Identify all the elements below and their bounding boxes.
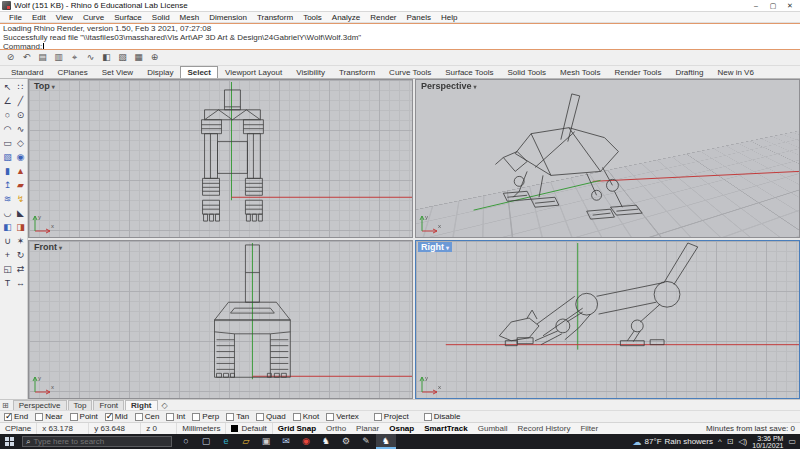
osnap-option[interactable]: Perp [192, 412, 219, 421]
osnap-disable-icon[interactable]: ⊘ [4, 51, 17, 64]
osnap-checkbox[interactable] [70, 413, 78, 421]
menu-item[interactable]: Transform [252, 13, 298, 22]
osnap-checkbox[interactable] [35, 413, 43, 421]
menu-item[interactable]: Render [365, 13, 401, 22]
toolbar-tab[interactable]: Standard [4, 66, 50, 78]
menu-item[interactable]: Dimension [204, 13, 252, 22]
rhino-active-icon[interactable]: ♞ [376, 434, 396, 449]
taskbar-clock[interactable]: 3:36 PM 10/1/2021 [752, 435, 783, 449]
cone-icon[interactable]: ▲ [14, 165, 27, 178]
toolbar-tab[interactable]: Visibility [289, 66, 332, 78]
control-points-icon[interactable]: ∷ [14, 81, 27, 94]
explode-icon[interactable]: ✶ [14, 235, 27, 248]
mail-icon[interactable]: ✉ [276, 434, 296, 449]
vault-icon[interactable]: ▣ [256, 434, 276, 449]
select-filter-meshes-icon[interactable]: ▦ [132, 51, 145, 64]
osnap-option[interactable]: Mid [105, 412, 128, 421]
toolbar-tab[interactable]: Select [180, 66, 218, 78]
join-icon[interactable]: ∪ [1, 235, 14, 248]
viewport-tab[interactable]: Top [68, 400, 93, 411]
status-toggle[interactable]: Gumball [473, 424, 513, 433]
osnap-option[interactable]: Cen [135, 412, 160, 421]
osnap-option[interactable]: Quad [256, 412, 286, 421]
osnap-checkbox[interactable] [374, 413, 382, 421]
toolbar-tab[interactable]: Display [140, 66, 180, 78]
status-toggle[interactable]: Grid Snap [273, 424, 321, 433]
task-view-icon[interactable]: ▢ [196, 434, 216, 449]
layer-selector[interactable]: Default [226, 423, 272, 434]
toolbar-tab[interactable]: CPlanes [50, 66, 94, 78]
toolbar-tab[interactable]: Render Tools [607, 66, 668, 78]
layer-panel-icon[interactable]: ▤ [36, 51, 49, 64]
osnap-option[interactable]: Near [35, 412, 62, 421]
menu-item[interactable]: File [4, 13, 27, 22]
toolbar-tab[interactable]: Set View [95, 66, 140, 78]
viewport-label-front[interactable]: Front▾ [31, 242, 65, 252]
edge-icon[interactable]: e [216, 434, 236, 449]
taskbar-search-input[interactable] [33, 437, 153, 446]
viewport-panes-icon[interactable]: ⊞ [2, 401, 9, 410]
units-selector[interactable]: Millimeters [177, 423, 226, 434]
select-filter-polysurfaces-icon[interactable]: ▧ [116, 51, 129, 64]
osnap-checkbox[interactable] [166, 413, 174, 421]
volume-icon[interactable]: ◁) [738, 437, 747, 446]
status-toggle[interactable]: Record History [513, 424, 576, 433]
osnap-checkbox[interactable] [424, 413, 432, 421]
scale-icon[interactable]: ◱ [1, 263, 14, 276]
toolbar-tab[interactable]: Viewport Layout [218, 66, 289, 78]
menu-item[interactable]: Curve [78, 13, 109, 22]
fillet-icon[interactable]: ◡ [1, 207, 14, 220]
new-viewport-tab-icon[interactable]: ◇ [159, 401, 171, 410]
chrome-icon[interactable]: ◉ [296, 434, 316, 449]
network-icon[interactable]: ⊡ [727, 437, 734, 446]
extrude-icon[interactable]: ↥ [1, 179, 14, 192]
sphere-icon[interactable]: ◉ [14, 151, 27, 164]
close-button[interactable]: ✕ [782, 0, 798, 11]
viewport-perspective[interactable]: Perspective▾ [415, 79, 800, 238]
toolbar-tab[interactable]: New in V6 [710, 66, 760, 78]
osnap-checkbox[interactable] [135, 413, 143, 421]
viewport-tab[interactable]: Right [125, 400, 157, 411]
osnap-option[interactable]: Point [70, 412, 98, 421]
freeform-curve-icon[interactable]: ∿ [14, 123, 27, 136]
chamfer-icon[interactable]: ◣ [14, 207, 27, 220]
polygon-icon[interactable]: ◇ [14, 137, 27, 150]
menu-item[interactable]: Analyze [327, 13, 365, 22]
osnap-checkbox[interactable] [192, 413, 200, 421]
ellipse-icon[interactable]: ⊙ [14, 109, 27, 122]
osnap-checkbox[interactable] [226, 413, 234, 421]
select-filter-curves-icon[interactable]: ∿ [84, 51, 97, 64]
surface-icon[interactable]: ▰ [14, 179, 27, 192]
menu-item[interactable]: Panels [402, 13, 436, 22]
cortana-icon[interactable]: ○ [176, 434, 196, 449]
minimize-button[interactable]: – [748, 0, 764, 11]
status-toggle[interactable]: Planar [351, 424, 384, 433]
osnap-option[interactable]: Int [166, 412, 185, 421]
viewport-top[interactable]: Top▾ [28, 79, 413, 238]
loft-icon[interactable]: ≋ [1, 193, 14, 206]
display-mode-icon[interactable]: ▥ [52, 51, 65, 64]
polyline-icon[interactable]: ∠ [1, 95, 14, 108]
text-icon[interactable]: T [1, 277, 14, 290]
mirror-icon[interactable]: ⇄ [14, 263, 27, 276]
boolean-difference-icon[interactable]: ◨ [14, 221, 27, 234]
cplane-selector[interactable]: CPlane [0, 423, 37, 434]
start-button[interactable] [0, 434, 18, 449]
menu-item[interactable]: View [51, 13, 78, 22]
toolbar-tab[interactable]: Drafting [668, 66, 710, 78]
rotate-icon[interactable]: ↻ [14, 249, 27, 262]
cylinder-icon[interactable]: ▮ [1, 165, 14, 178]
toolbar-tab[interactable]: Mesh Tools [553, 66, 607, 78]
pen-icon[interactable]: ✎ [356, 434, 376, 449]
viewport-label-perspective[interactable]: Perspective▾ [418, 81, 480, 91]
toolbar-tab[interactable]: Surface Tools [438, 66, 500, 78]
status-toggle[interactable]: Ortho [321, 424, 351, 433]
taskbar-search[interactable]: ⌕ [22, 436, 172, 447]
select-filter-surfaces-icon[interactable]: ◧ [100, 51, 113, 64]
osnap-option[interactable]: End [4, 412, 28, 421]
menu-item[interactable]: Tools [298, 13, 327, 22]
toolbar-tab[interactable]: Transform [332, 66, 382, 78]
rectangle-icon[interactable]: ▭ [1, 137, 14, 150]
box-icon[interactable]: ▧ [1, 151, 14, 164]
viewport-tab[interactable]: Perspective [13, 400, 67, 411]
